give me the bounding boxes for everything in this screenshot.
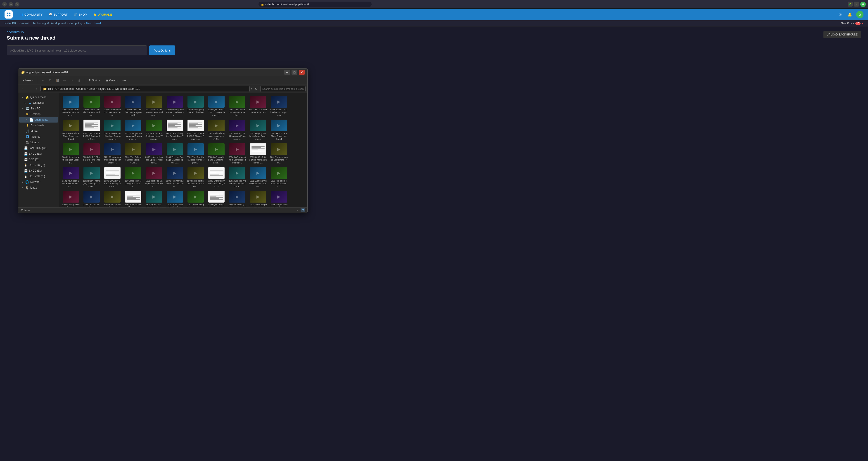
sidebar-item-ubuntu1[interactable]: 🐧 UBUNTU (F:) (19, 162, 58, 168)
file-item[interactable]: 0305 QUIZ LPIC-1 101.2 Booting the Sys..… (82, 119, 101, 141)
file-item[interactable]: ▶1502 Monitoring Processes - A Cloud Gu.… (248, 190, 268, 207)
browser-user-avatar[interactable]: G (860, 2, 866, 7)
sidebar-item-documents[interactable]: ▼ 📄 Documents (19, 117, 58, 123)
file-item[interactable]: ▶0401 Change Your Working Environment r.… (102, 119, 122, 141)
file-item[interactable]: ▶0101 An Important Note About A Cloud G.… (61, 95, 81, 118)
addr-forward-btn[interactable]: → (27, 86, 32, 92)
share-button[interactable]: ↗ (69, 77, 75, 84)
settings-btn[interactable]: ⋮ (854, 2, 859, 6)
file-item[interactable]: ▶1306 LAB Creating a Directory Structur.… (102, 190, 122, 207)
file-item[interactable]: ▶0104 How to Use the Linux Playground f.… (123, 95, 143, 118)
file-item[interactable]: ▶0103 About the Linux Course Author - A.… (102, 95, 122, 118)
sidebar-item-network[interactable]: ▶ 🌐 Network (19, 179, 58, 185)
more-options-button[interactable]: ••• (121, 77, 127, 84)
file-item[interactable]: ▶1102 Bash - Managing Packages - A Clou.… (82, 166, 101, 189)
sidebar-item-linux[interactable]: ▶ 🐧 Linux (19, 185, 58, 190)
file-item[interactable]: ▶0801 The Debian Package (dpkg) - A Clo.… (123, 142, 143, 165)
file-item[interactable]: ▶1301 Working With Files - A Cloud Guru.… (227, 166, 247, 189)
extensions-btn[interactable]: 🧩 (848, 2, 852, 6)
minimize-button[interactable]: ─ (284, 70, 290, 75)
file-item[interactable]: 0405 QUIZ LPIC-1 101.3 Change Runlevel..… (186, 119, 206, 141)
file-item[interactable]: ▶1503 Keep a Process Running - A Cloud .… (269, 190, 289, 207)
nav-shop[interactable]: 🛒 SHOP (71, 11, 90, 18)
file-item[interactable]: ▶0301 The Linux Boot Sequence - A Cloud.… (227, 95, 247, 118)
file-item[interactable]: ▶0303 upstart - A Cloud Guru - .mp4.mp4 (269, 95, 289, 118)
file-item[interactable]: ▶0903 LAB Installing and Managing Packa.… (207, 142, 226, 165)
file-item[interactable]: ▶0603 Interacting with the Boot Loader .… (61, 142, 81, 165)
path-documents[interactable]: Documents (60, 87, 74, 91)
file-item[interactable]: ▶0902 The Red Hat Package Manager (rpm).… (186, 142, 206, 165)
browser-forward-btn[interactable]: → (9, 2, 13, 6)
new-button[interactable]: + New (20, 77, 36, 84)
file-item[interactable]: ▶1304 Finding Files - A Cloud Guru - .m.… (61, 190, 81, 207)
view-button[interactable]: ⊞ View (103, 77, 120, 84)
file-item[interactable]: ▶1305 File Globbing - A Cloud Guru - .m.… (82, 190, 101, 207)
breadcrumb-general[interactable]: General (20, 22, 29, 25)
file-item[interactable]: 1307 LAB Working with a Compressed Fil..… (123, 190, 143, 207)
breadcrumb-tech[interactable]: Technology & Development (33, 22, 66, 25)
site-logo[interactable] (4, 10, 13, 19)
mail-btn[interactable]: ✉ (836, 11, 844, 18)
file-item[interactable]: ▶0204 QUIZ LPIC-1 101.1 Determine and C.… (207, 95, 226, 118)
explorer-content[interactable]: ▶0101 An Important Note About A Cloud G.… (59, 93, 307, 207)
close-button[interactable]: ✕ (299, 70, 305, 75)
sidebar-item-ehdd2[interactable]: 💾 EHDD (D:) (19, 168, 58, 173)
file-item[interactable]: 1403 QUIZ LPIC-1 103.4 Use Streams, Pi..… (207, 190, 226, 207)
sidebar-item-ssd[interactable]: 💾 SSD (E:) (19, 157, 58, 162)
sort-button[interactable]: ⇅ Sort (86, 77, 102, 84)
file-item[interactable]: ▶0904 LAB Managing a Compressed Package.… (227, 142, 247, 165)
paste-button[interactable]: 📋 (54, 77, 61, 84)
addr-refresh-btn[interactable]: ↻ (253, 86, 259, 92)
file-item[interactable]: ▶0102 Course Introduction - A Cloud Gur.… (82, 95, 101, 118)
file-item[interactable]: ▶0501 Main File System Location to A Cl.… (207, 119, 226, 141)
sidebar-item-ubuntu2[interactable]: 🐧 UBUNTU (F:) (19, 174, 58, 179)
file-item[interactable]: ▶0602 GRUB2 - A Cloud Guru - .mp4.mp4 (269, 119, 289, 141)
file-item[interactable]: ▶0304 systemd - A Cloud Guru - .mp4.mp4 (61, 119, 81, 141)
list-view-btn[interactable]: ≡ (295, 208, 300, 212)
copy-button[interactable]: ⧉ (47, 77, 53, 84)
file-item[interactable]: ▶1204 More Text Manipulation - A Cloud .… (186, 166, 206, 189)
file-item[interactable]: ▶0601 Legacy Grub - A Cloud Guru - .mp4.… (248, 119, 268, 141)
file-item[interactable]: ▶1501 Reviewing the State of Your Syste.… (227, 190, 247, 207)
sidebar-item-music[interactable]: 🎵 Music (19, 128, 58, 134)
file-item[interactable]: ▶0201 Pseudo File Systems - A Cloud Gur.… (144, 95, 164, 118)
browser-back-btn[interactable]: ← (2, 2, 7, 6)
file-item[interactable]: ▶1303 File and Folder Compression - A C.… (269, 166, 289, 189)
sidebar-item-onedrive[interactable]: ▶ ☁ OneDrive (19, 100, 58, 106)
sidebar-item-pictures[interactable]: 🖼 Pictures (19, 134, 58, 139)
file-item[interactable]: 0905 QUIZ LPIC-1 102.5 Manage Shared L..… (248, 142, 268, 165)
addr-up-btn[interactable]: ↑ (34, 86, 39, 92)
file-item[interactable]: ▶0604 QUIZ A Cloud Guru - .mp4.mp4 (82, 142, 101, 165)
file-item[interactable]: ▶1401 Understanding Redirecting Output .… (165, 190, 185, 207)
cut-button[interactable]: ✂ (40, 77, 46, 84)
url-bar[interactable]: 🔒 nulledbb.com/newthread.php?fid=56 (258, 2, 372, 7)
file-item[interactable]: ▶0402 Change Your Working Environment t.… (123, 119, 143, 141)
file-item[interactable]: ▶0901 The Hat Package Manager (rpm) - A.… (165, 142, 185, 165)
file-item[interactable]: ▶1202 Text File Manipulation - A Cloud .… (144, 166, 164, 189)
sidebar-item-downloads[interactable]: ⬇ Downloads (19, 123, 58, 128)
file-item[interactable]: ▶1101 Your Bash Shell Environment - A C.… (61, 166, 81, 189)
sidebar-item-quickaccess[interactable]: ▶ ⭐ Quick access (19, 95, 58, 100)
file-item[interactable]: ▶0203 Investigating Shared Libraries - .… (186, 95, 206, 118)
addr-back-btn[interactable]: ← (20, 86, 26, 92)
delete-button[interactable]: 🗑 (76, 77, 82, 84)
breadcrumb-computing[interactable]: Computing (69, 22, 83, 25)
file-item[interactable]: ▶1402 Redirecting Output to the Screen .… (186, 190, 206, 207)
nav-upgrade[interactable]: ⭐ UPGRADE (90, 11, 115, 18)
path-thispc[interactable]: This PC (48, 87, 57, 91)
file-item[interactable]: 0404 LAB History the Default Boot Targ..… (165, 119, 185, 141)
post-options-button[interactable]: Post Options (149, 45, 175, 55)
file-item[interactable]: 1103 QUIZ LPIC-1 101.3 History the Wor..… (102, 166, 122, 189)
sidebar-item-desktop[interactable]: 🖥 Desktop (19, 111, 58, 117)
nav-support[interactable]: 💬 SUPPORT (46, 11, 70, 18)
search-input[interactable] (260, 86, 306, 92)
sidebar-item-ehdd[interactable]: 💾 EHDD (D:) (19, 151, 58, 157)
file-item[interactable]: ▶0302 init - A Cloud Guru - .mp4.mp4 (248, 95, 268, 118)
sidebar-item-videos[interactable]: 🎬 Videos (19, 140, 58, 145)
file-item[interactable]: 1205 LAB Modify With Files Using Sed.txt (207, 166, 226, 189)
notifications-btn[interactable]: 🔔 (846, 11, 854, 18)
sidebar-item-localdisk[interactable]: 💾 Local Disk (C:) (19, 145, 58, 151)
browser-refresh-btn[interactable]: ↻ (15, 2, 20, 6)
rename-button[interactable]: ✏ (62, 77, 68, 84)
file-item[interactable]: ▶1302 Working With Directories - A Clou.… (248, 166, 268, 189)
